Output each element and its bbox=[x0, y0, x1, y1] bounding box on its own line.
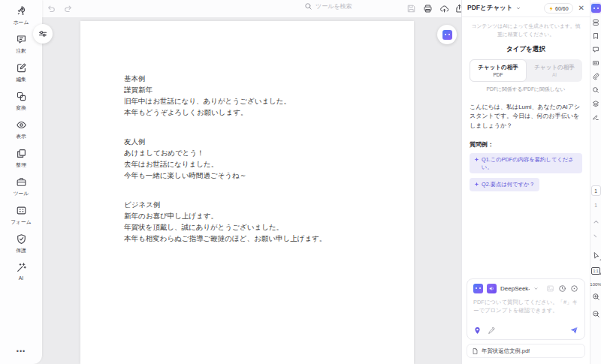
chevron-down-icon[interactable] bbox=[533, 286, 539, 291]
ai-disclaimer: コンテンツはAIによって生成されています。慎重に精査してください。 bbox=[470, 23, 582, 38]
chat-input-placeholder[interactable]: PDFについて質問してください。「#」キーでプロンプトを確認できます。 bbox=[473, 298, 578, 314]
cloud-upload-icon[interactable] bbox=[439, 4, 449, 14]
ai-assistant-float-button[interactable] bbox=[437, 25, 457, 44]
doc-line: 本年もどうぞよろしくお願いします。 bbox=[124, 107, 326, 119]
convert-icon bbox=[16, 91, 27, 102]
sidebar-item-view[interactable]: 表示 bbox=[0, 119, 42, 142]
sidebar-more-button[interactable]: ••• bbox=[0, 347, 42, 355]
suggested-question-2[interactable]: Q2.要点は何ですか？ bbox=[470, 178, 539, 191]
sidebar-item-convert[interactable]: 変換 bbox=[0, 91, 42, 113]
previous-page-icon[interactable] bbox=[593, 218, 599, 225]
sidebar-item-ai[interactable]: AI bbox=[0, 262, 42, 284]
sidebar-item-label: ツール bbox=[14, 190, 29, 197]
page-number-input[interactable]: 1 bbox=[591, 185, 601, 196]
audio-icon[interactable] bbox=[487, 284, 497, 293]
doc-line: 今年も一緒に楽しい時間過ごそうね～ bbox=[124, 170, 326, 182]
location-pin-icon[interactable] bbox=[473, 326, 482, 335]
bolt-icon bbox=[548, 5, 554, 12]
doc-line: 年賀状を頂戴し、誠にありがとうございました。 bbox=[124, 222, 326, 233]
cursor-icon[interactable] bbox=[592, 251, 600, 260]
tab-subtitle: AI bbox=[552, 72, 557, 77]
comment-icon bbox=[16, 34, 27, 45]
zoom-out-icon[interactable] bbox=[592, 310, 600, 318]
sliders-icon bbox=[38, 29, 48, 39]
doc-line: 友人例 bbox=[124, 137, 326, 148]
doc-section: 基本例 謹賀新年 旧年中はお世話になり、ありがとうございました。 本年もどうぞよ… bbox=[124, 74, 326, 119]
signature-icon[interactable] bbox=[592, 113, 599, 121]
shield-icon bbox=[16, 233, 27, 245]
chat-panel-title: PDFとチャット bbox=[467, 4, 513, 13]
layers-icon[interactable] bbox=[592, 100, 599, 107]
send-icon[interactable] bbox=[569, 326, 578, 335]
doc-line: 旧年中はお世話になり、ありがとうございました。 bbox=[124, 96, 326, 107]
print-icon[interactable] bbox=[423, 4, 433, 14]
right-rail: 1 1 1:1 100% bbox=[590, 0, 601, 364]
view-settings-button[interactable] bbox=[33, 24, 53, 44]
sidebar-item-label: AI bbox=[19, 275, 23, 281]
ai-chat-icon[interactable] bbox=[591, 4, 601, 13]
sidebar-item-label: 注釈 bbox=[16, 47, 26, 55]
tab-subtitle: PDF bbox=[494, 72, 503, 77]
attached-file-name: 年賀状返信文例.pdf bbox=[482, 347, 530, 355]
search-icon[interactable] bbox=[592, 86, 599, 94]
tab-chat-with-pdf[interactable]: チャットの相手 PDF bbox=[470, 59, 527, 82]
model-selector[interactable]: DeepSeek-V3 bbox=[500, 285, 530, 292]
ai-robot-icon bbox=[442, 30, 452, 40]
image-icon[interactable] bbox=[546, 284, 554, 293]
search-icon bbox=[304, 2, 313, 11]
tab-chat-with-ai[interactable]: チャットの相手 AI bbox=[527, 59, 582, 82]
sidebar-item-protect[interactable]: 保護 bbox=[0, 233, 42, 256]
comment-icon[interactable] bbox=[592, 46, 599, 53]
sidebar-item-label: 整理 bbox=[16, 161, 26, 169]
pdf-editor-window: ホーム 注釈 編集 変換 表示 整理 ツール フォーム bbox=[0, 0, 601, 364]
chevron-down-icon[interactable] bbox=[515, 5, 521, 11]
briefcase-icon bbox=[16, 176, 27, 188]
target-icon[interactable] bbox=[570, 284, 578, 293]
sidebar-item-edit[interactable]: 編集 bbox=[0, 62, 42, 85]
save-icon[interactable] bbox=[406, 4, 416, 14]
magic-wand-icon bbox=[16, 262, 27, 273]
sparkle-icon bbox=[474, 156, 479, 162]
search-input[interactable] bbox=[316, 3, 364, 10]
actual-size-button[interactable]: 1:1 bbox=[591, 267, 600, 275]
quota-badge[interactable]: 60/60 bbox=[544, 3, 573, 14]
pdf-file-icon bbox=[472, 347, 479, 355]
form-icon bbox=[16, 205, 27, 216]
attached-file-row[interactable]: 年賀状返信文例.pdf bbox=[467, 344, 585, 358]
doc-line: 本年も相変わらぬご指導ご鞭撻のほど、お願い申し上げます。 bbox=[124, 233, 326, 245]
doc-line: 謹賀新年 bbox=[124, 85, 326, 96]
brush-icon[interactable] bbox=[488, 326, 496, 335]
sidebar-item-label: 編集 bbox=[16, 76, 26, 83]
redo-icon[interactable] bbox=[63, 4, 73, 14]
form-field-icon[interactable] bbox=[592, 59, 599, 67]
sparkle-icon bbox=[474, 181, 479, 187]
page-total-label: 1 bbox=[594, 203, 597, 208]
sidebar-item-label: 表示 bbox=[16, 133, 26, 140]
suggested-question-1[interactable]: Q1.このPDFの内容を要約してください。 bbox=[470, 153, 582, 173]
chat-panel-header: PDFとチャット 60/60 ✕ bbox=[462, 0, 590, 17]
sidebar-item-organize[interactable]: 整理 bbox=[0, 148, 42, 170]
eye-icon bbox=[16, 119, 27, 131]
paperclip-icon[interactable] bbox=[592, 73, 599, 80]
doc-line: ビジネス例 bbox=[124, 200, 326, 211]
tabs-caption: PDFに関係する/PDFに関係しない bbox=[470, 86, 582, 93]
sidebar-item-form[interactable]: フォーム bbox=[0, 205, 42, 227]
history-clock-icon[interactable] bbox=[558, 284, 566, 293]
robot-icon[interactable] bbox=[473, 284, 483, 293]
pdf-page[interactable]: 基本例 謹賀新年 旧年中はお世話になり、ありがとうございました。 本年もどうぞよ… bbox=[80, 21, 414, 364]
quota-value: 60/60 bbox=[555, 6, 569, 11]
suggested-question-text: Q2.要点は何ですか？ bbox=[482, 181, 535, 188]
close-icon[interactable]: ✕ bbox=[578, 5, 584, 12]
undo-icon[interactable] bbox=[47, 4, 56, 14]
sidebar-item-tools[interactable]: ツール bbox=[0, 176, 42, 199]
sidebar-item-label: 変換 bbox=[16, 104, 26, 112]
next-page-icon[interactable] bbox=[593, 233, 599, 239]
bookmark-icon[interactable] bbox=[592, 32, 599, 40]
thumbnails-icon[interactable] bbox=[592, 19, 599, 26]
top-toolbar bbox=[0, 0, 461, 17]
zoom-in-icon[interactable] bbox=[592, 293, 600, 301]
sidebar-item-home[interactable]: ホーム bbox=[0, 5, 42, 28]
zoom-level-label: 100% bbox=[590, 282, 601, 287]
chat-input-card[interactable]: DeepSeek-V3 PDFについて質問してください。「#」キーでプロンプトを… bbox=[467, 278, 585, 340]
doc-section: 友人例 あけましておめでとう！ 去年はお世話になりました。 今年も一緒に楽しい時… bbox=[124, 137, 326, 182]
